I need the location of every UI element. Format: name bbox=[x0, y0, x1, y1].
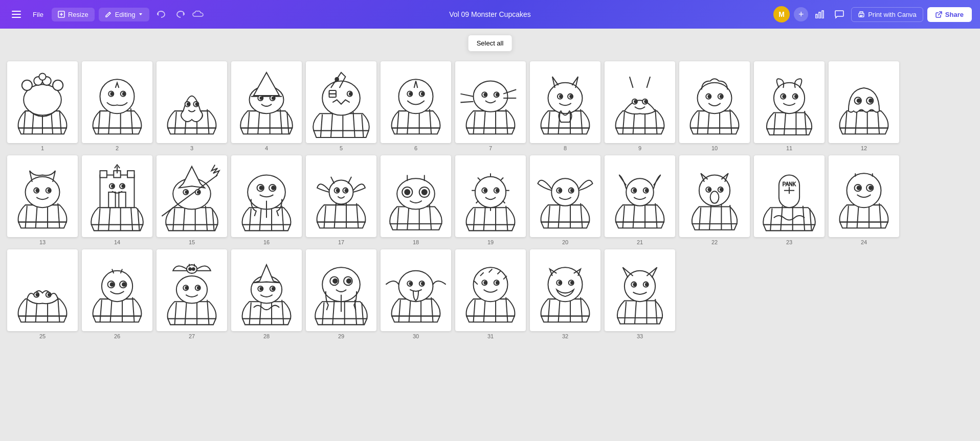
page-item[interactable]: 24 bbox=[827, 153, 901, 247]
select-all-button[interactable]: Select all bbox=[468, 35, 513, 52]
page-item[interactable]: 2 bbox=[80, 59, 154, 153]
page-item[interactable]: 1 bbox=[5, 59, 80, 153]
page-item[interactable]: 6 bbox=[378, 59, 453, 153]
page-item[interactable]: 32 bbox=[528, 247, 603, 341]
page-number: 8 bbox=[564, 145, 567, 151]
page-item[interactable]: 30 bbox=[378, 247, 453, 341]
svg-point-117 bbox=[857, 99, 861, 102]
toolbar-center: Vol 09 Monster Cupcakes bbox=[449, 10, 531, 19]
svg-point-323 bbox=[645, 283, 648, 286]
page-item[interactable]: 21 bbox=[603, 153, 677, 247]
page-item[interactable]: 13 bbox=[5, 153, 80, 247]
svg-point-197 bbox=[571, 189, 573, 192]
page-number: 24 bbox=[861, 239, 867, 245]
svg-point-233 bbox=[857, 186, 861, 190]
svg-point-71 bbox=[474, 81, 508, 111]
avatar-button[interactable]: M bbox=[773, 6, 790, 22]
page-number: 27 bbox=[189, 333, 195, 339]
svg-point-184 bbox=[475, 176, 506, 207]
share-button[interactable]: Share bbox=[927, 7, 972, 22]
page-item[interactable]: 18 bbox=[378, 153, 453, 247]
project-title: Vol 09 Monster Cupcakes bbox=[449, 10, 531, 18]
page-item[interactable]: 4 bbox=[229, 59, 304, 153]
svg-point-109 bbox=[783, 95, 785, 98]
page-item[interactable]: 12 bbox=[827, 59, 901, 153]
page-item[interactable]: 28 bbox=[229, 247, 304, 341]
page-number: 11 bbox=[786, 145, 792, 151]
page-number: 14 bbox=[114, 239, 120, 245]
svg-point-166 bbox=[329, 180, 353, 204]
svg-rect-134 bbox=[100, 171, 107, 177]
avatar-initials: M bbox=[778, 10, 785, 18]
page-number: 29 bbox=[338, 333, 344, 339]
redo-button[interactable] bbox=[173, 7, 188, 22]
page-item[interactable]: 7 bbox=[453, 59, 528, 153]
page-item[interactable]: 26 bbox=[80, 247, 154, 341]
svg-point-91 bbox=[634, 100, 637, 103]
svg-point-18 bbox=[39, 73, 46, 80]
svg-point-35 bbox=[196, 103, 198, 105]
page-item[interactable]: PANK 23 bbox=[752, 153, 827, 247]
page-item[interactable]: 17 bbox=[304, 153, 378, 247]
page-number: 26 bbox=[114, 333, 120, 339]
page-number: 30 bbox=[413, 333, 419, 339]
svg-point-110 bbox=[795, 95, 797, 98]
page-number: 21 bbox=[637, 239, 643, 245]
svg-point-313 bbox=[559, 281, 561, 284]
page-item[interactable]: 11 bbox=[752, 59, 827, 153]
undo-button[interactable] bbox=[153, 7, 169, 22]
analytics-button[interactable] bbox=[812, 7, 828, 22]
page-item[interactable]: 8 bbox=[528, 59, 603, 153]
file-button[interactable]: File bbox=[29, 8, 48, 21]
svg-point-215 bbox=[720, 188, 723, 191]
toolbar-right: M + Print with Canva bbox=[773, 6, 972, 22]
page-item[interactable]: 27 bbox=[154, 247, 229, 341]
page-item[interactable]: 3 bbox=[154, 59, 229, 153]
svg-point-187 bbox=[484, 189, 486, 192]
page-item[interactable]: 29 bbox=[304, 247, 378, 341]
svg-point-214 bbox=[708, 188, 710, 191]
add-collaborator-button[interactable]: + bbox=[794, 7, 808, 21]
svg-point-290 bbox=[409, 282, 412, 285]
svg-point-26 bbox=[110, 92, 113, 95]
editing-button[interactable]: Editing bbox=[99, 8, 150, 21]
page-item[interactable]: 20 bbox=[528, 153, 603, 247]
page-item[interactable]: 31 bbox=[453, 247, 528, 341]
svg-point-23 bbox=[100, 79, 135, 113]
svg-text:PANK: PANK bbox=[783, 181, 796, 187]
svg-point-256 bbox=[176, 276, 207, 304]
svg-point-152 bbox=[197, 191, 200, 193]
svg-point-206 bbox=[645, 189, 648, 192]
print-button[interactable]: Print with Canva bbox=[851, 7, 923, 22]
page-item[interactable]: 22 bbox=[677, 153, 752, 247]
page-item[interactable]: 33 bbox=[603, 247, 677, 341]
toolbar-left: File Resize Editing bbox=[8, 6, 769, 22]
cloud-save-button[interactable] bbox=[192, 7, 208, 22]
page-item[interactable]: 5 bbox=[304, 59, 378, 153]
toolbar: File Resize Editing bbox=[0, 0, 980, 29]
svg-point-83 bbox=[560, 95, 562, 98]
page-item[interactable]: 15 bbox=[154, 153, 229, 247]
svg-point-282 bbox=[347, 278, 351, 283]
editing-label: Editing bbox=[115, 11, 136, 18]
page-item[interactable]: 16 bbox=[229, 153, 304, 247]
menu-button[interactable] bbox=[8, 6, 25, 22]
page-item[interactable]: 14 bbox=[80, 153, 154, 247]
svg-point-205 bbox=[633, 189, 636, 192]
page-item[interactable]: 10 bbox=[677, 59, 752, 153]
page-number: 5 bbox=[340, 145, 343, 151]
page-item[interactable]: 19 bbox=[453, 153, 528, 247]
svg-point-259 bbox=[192, 268, 195, 270]
page-number: 33 bbox=[637, 333, 643, 339]
svg-rect-136 bbox=[127, 171, 134, 177]
svg-point-160 bbox=[260, 186, 263, 190]
page-item[interactable]: 25 bbox=[5, 247, 80, 341]
comments-button[interactable] bbox=[832, 7, 847, 22]
svg-point-296 bbox=[474, 267, 508, 301]
svg-point-75 bbox=[496, 93, 499, 96]
resize-button[interactable]: Resize bbox=[52, 8, 95, 21]
svg-point-322 bbox=[633, 283, 636, 286]
page-number: 7 bbox=[489, 145, 492, 151]
svg-point-151 bbox=[185, 191, 188, 193]
page-item[interactable]: 9 bbox=[603, 59, 677, 153]
